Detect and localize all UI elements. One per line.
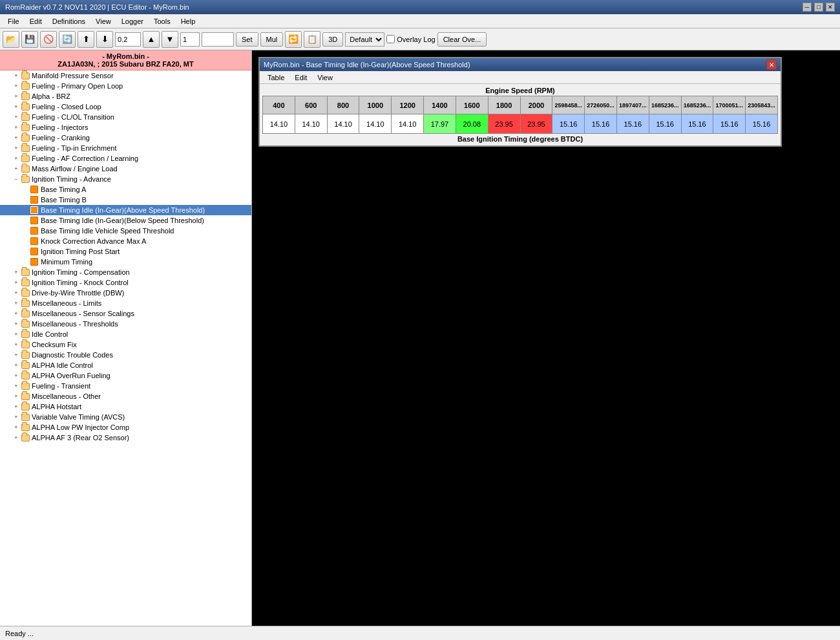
- toggle-dtc[interactable]: +: [12, 350, 21, 359]
- compare-button[interactable]: 🔁: [285, 31, 302, 48]
- sidebar-item-ignition-post-start[interactable]: + Ignition Timing Post Start: [0, 246, 251, 257]
- close-rom-button[interactable]: 🚫: [40, 31, 57, 48]
- icon-button[interactable]: 📋: [304, 31, 320, 48]
- sidebar-item-base-timing-a[interactable]: + Base Timing A: [0, 184, 251, 195]
- toggle-ignition-knock[interactable]: +: [12, 278, 21, 287]
- down-button[interactable]: ⬇: [96, 31, 113, 48]
- cell-4[interactable]: 14.10: [392, 114, 424, 134]
- save-button[interactable]: 💾: [21, 31, 38, 48]
- display-select[interactable]: Default: [345, 32, 384, 47]
- sidebar-item-misc-thresholds[interactable]: + Miscellaneous - Thresholds: [0, 319, 251, 329]
- toggle-misc-other[interactable]: +: [12, 392, 21, 401]
- sidebar-item-dbw[interactable]: + Drive-by-Wire Throttle (DBW): [0, 288, 251, 298]
- sidebar-item-alpha-overrun[interactable]: + ALPHA OverRun Fueling: [0, 370, 251, 381]
- refresh-button[interactable]: 🔄: [59, 31, 76, 48]
- sidebar-item-base-timing-idle-above[interactable]: + Base Timing Idle (In-Gear)(Above Speed…: [0, 205, 251, 215]
- cell-15[interactable]: 15.16: [746, 114, 778, 134]
- inner-menu-table[interactable]: Table: [262, 72, 289, 83]
- close-button[interactable]: ✕: [826, 3, 835, 12]
- cell-11[interactable]: 15.16: [616, 114, 649, 134]
- sidebar-item-alpha-idle[interactable]: + ALPHA Idle Control: [0, 360, 251, 370]
- menu-tools[interactable]: Tools: [149, 16, 176, 27]
- cell-1[interactable]: 14.10: [295, 114, 327, 134]
- sidebar-item-base-timing-b[interactable]: + Base Timing B: [0, 195, 251, 205]
- sidebar-item-fueling-primary[interactable]: + Fueling - Primary Open Loop: [0, 81, 251, 91]
- sidebar-item-manifold-pressure[interactable]: + Manifold Pressure Sensor: [0, 70, 251, 81]
- sidebar-item-base-timing-idle-below[interactable]: + Base Timing Idle (In-Gear)(Below Speed…: [0, 215, 251, 226]
- toggle-idle-control[interactable]: +: [12, 330, 21, 339]
- up-button[interactable]: ⬆: [78, 31, 94, 48]
- sidebar-item-alpha-hotstart[interactable]: + ALPHA Hotstart: [0, 401, 251, 412]
- overlay-log-check[interactable]: [386, 35, 395, 43]
- menu-file[interactable]: File: [3, 16, 25, 27]
- sidebar-item-alpha-lowpw[interactable]: + ALPHA Low PW Injector Comp: [0, 422, 251, 432]
- toggle-fueling-tipin[interactable]: +: [12, 144, 21, 153]
- toggle-ignition-advance[interactable]: −: [12, 175, 21, 184]
- toggle-fueling-injectors[interactable]: +: [12, 123, 21, 132]
- sidebar-item-ignition-advance[interactable]: − Ignition Timing - Advance: [0, 174, 251, 184]
- toggle-fueling-afcorrection[interactable]: +: [12, 154, 21, 163]
- clear-overlay-button[interactable]: Clear Ove...: [437, 32, 487, 47]
- toggle-fueling-cranking[interactable]: +: [12, 133, 21, 142]
- sidebar-item-misc-sensors[interactable]: + Miscellaneous - Sensor Scalings: [0, 308, 251, 319]
- inner-menu-edit[interactable]: Edit: [289, 72, 312, 83]
- sidebar-item-mass-airflow[interactable]: + Mass Airflow / Engine Load: [0, 164, 251, 174]
- cell-13[interactable]: 15.16: [681, 114, 713, 134]
- cell-9[interactable]: 15.16: [552, 114, 585, 134]
- toggle-alpha-brz[interactable]: +: [12, 92, 21, 101]
- sidebar-item-checksum[interactable]: + Checksum Fix: [0, 339, 251, 350]
- cell-0[interactable]: 14.10: [263, 114, 295, 134]
- value-input[interactable]: 0.2: [115, 32, 141, 47]
- cell-3[interactable]: 14.10: [359, 114, 392, 134]
- menu-help[interactable]: Help: [176, 16, 201, 27]
- sidebar-item-knock-correction[interactable]: + Knock Correction Advance Max A: [0, 236, 251, 246]
- sidebar-item-vvt[interactable]: + Variable Valve Timing (AVCS): [0, 412, 251, 422]
- toggle-fueling-primary[interactable]: +: [12, 81, 21, 91]
- cell-7[interactable]: 23.95: [488, 114, 520, 134]
- toggle-alpha-idle[interactable]: +: [12, 361, 21, 370]
- inner-close-button[interactable]: ✕: [766, 59, 777, 70]
- set-button[interactable]: Set: [236, 32, 258, 47]
- minimize-button[interactable]: ─: [803, 3, 812, 12]
- 3d-button[interactable]: 3D: [322, 32, 343, 47]
- menu-view[interactable]: View: [90, 16, 116, 27]
- toggle-alpha-hotstart[interactable]: +: [12, 402, 21, 411]
- menu-logger[interactable]: Logger: [116, 16, 149, 27]
- sidebar-item-minimum-timing[interactable]: + Minimum Timing: [0, 257, 251, 267]
- sidebar-item-fueling-closed[interactable]: + Fueling - Closed Loop: [0, 101, 251, 112]
- sidebar-item-idle-control[interactable]: + Idle Control: [0, 329, 251, 339]
- toggle-fueling-clol[interactable]: +: [12, 112, 21, 122]
- sidebar-item-fueling-injectors[interactable]: + Fueling - Injectors: [0, 122, 251, 133]
- cell-10[interactable]: 15.16: [585, 114, 617, 134]
- sidebar-item-dtc[interactable]: + Diagnostic Trouble Codes: [0, 350, 251, 360]
- toggle-misc-thresholds[interactable]: +: [12, 319, 21, 328]
- toggle-fueling-closed[interactable]: +: [12, 102, 21, 111]
- step-input[interactable]: 1: [180, 32, 200, 47]
- menu-definitions[interactable]: Definitions: [47, 16, 90, 27]
- toggle-mass-airflow[interactable]: +: [12, 164, 21, 173]
- sidebar-item-fueling-afcorrection[interactable]: + Fueling - AF Correction / Learning: [0, 153, 251, 164]
- tree-container[interactable]: + Manifold Pressure Sensor + Fueling - P…: [0, 70, 251, 626]
- mul-button[interactable]: Mul: [260, 32, 284, 47]
- toggle-ignition-compensation[interactable]: +: [12, 268, 21, 277]
- toggle-alpha-overrun[interactable]: +: [12, 371, 21, 380]
- overlay-log-checkbox[interactable]: Overlay Log: [386, 35, 435, 43]
- sidebar-item-fueling-cranking[interactable]: + Fueling - Cranking: [0, 133, 251, 143]
- sidebar-item-ignition-compensation[interactable]: + Ignition Timing - Compensation: [0, 267, 251, 277]
- sidebar-item-fueling-transient[interactable]: + Fueling - Transient: [0, 381, 251, 391]
- sidebar-item-fueling-tipin[interactable]: + Fueling - Tip-in Enrichment: [0, 143, 251, 153]
- toggle-alpha-lowpw[interactable]: +: [12, 423, 21, 432]
- toggle-manifold[interactable]: +: [12, 71, 21, 80]
- sidebar-item-base-timing-vehicle[interactable]: + Base Timing Idle Vehicle Speed Thresho…: [0, 226, 251, 236]
- cell-5[interactable]: 17.97: [424, 114, 456, 134]
- toggle-alpha-af3[interactable]: +: [12, 433, 21, 442]
- cell-8[interactable]: 23.95: [520, 114, 552, 134]
- cell-12[interactable]: 15.16: [649, 114, 681, 134]
- extra-input[interactable]: [202, 32, 234, 47]
- open-button[interactable]: 📂: [3, 31, 19, 48]
- toggle-misc-limits[interactable]: +: [12, 299, 21, 308]
- up2-button[interactable]: ▲: [143, 31, 160, 48]
- sidebar-item-misc-other[interactable]: + Miscellaneous - Other: [0, 391, 251, 401]
- sidebar-item-fueling-clol[interactable]: + Fueling - CL/OL Transition: [0, 112, 251, 122]
- toggle-dbw[interactable]: +: [12, 288, 21, 297]
